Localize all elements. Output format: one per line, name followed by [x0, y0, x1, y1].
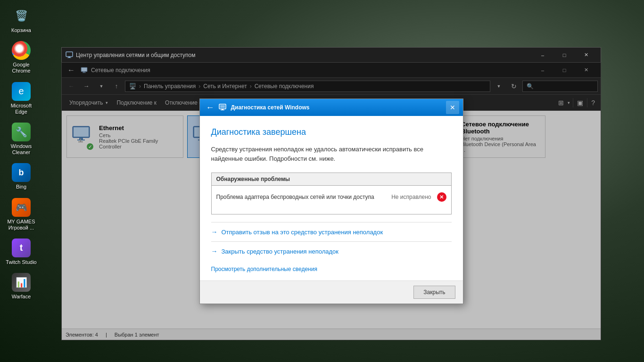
- dialog-title-icon: [219, 103, 227, 112]
- desktop: 🗑️ Корзина Google Chrome e Microsoft Edg…: [0, 0, 644, 362]
- desktop-icon-recycle-bin[interactable]: 🗑️ Корзина: [2, 5, 40, 35]
- chrome-icon: [12, 41, 31, 60]
- problems-content: Проблема адаптера беспроводных сетей или…: [212, 186, 451, 214]
- dialog-heading: Диагностика завершена: [211, 127, 452, 137]
- desktop-icon-warface[interactable]: 📊 Warface: [2, 271, 40, 302]
- desktop-icon-edge[interactable]: e Microsoft Edge: [2, 80, 40, 117]
- svg-rect-0: [66, 52, 73, 57]
- svg-rect-2: [67, 58, 71, 58]
- problem-text: Проблема адаптера беспроводных сетей или…: [216, 194, 388, 200]
- desktop-icon-chrome[interactable]: Google Chrome: [2, 39, 40, 76]
- svg-rect-1: [68, 57, 70, 58]
- problems-header: Обнаруженные проблемы: [212, 173, 451, 186]
- dialog-titlebar: ← Диагностика сетей Windows ✕: [200, 99, 463, 116]
- bing-label: Bing: [16, 184, 26, 190]
- problem-status: Не исправлено: [391, 194, 431, 200]
- problem-error-icon: ✕: [437, 192, 446, 202]
- svg-rect-31: [221, 110, 224, 110]
- outer-maximize-btn[interactable]: □: [553, 48, 575, 63]
- mygames-label: MY GAMES Игровой ...: [4, 219, 38, 231]
- outer-minimize-btn[interactable]: –: [532, 48, 553, 63]
- link2-arrow: →: [211, 247, 218, 255]
- dialog-close-main-btn[interactable]: Закрыть: [413, 286, 455, 299]
- desktop-icon-mygames[interactable]: 🎮 MY GAMES Игровой ...: [2, 196, 40, 233]
- recycle-bin-label: Корзина: [11, 27, 31, 33]
- problems-box: Обнаруженные проблемы Проблема адаптера …: [211, 173, 452, 214]
- outer-window-titlebar: Центр управления сетями и общим доступом…: [61, 47, 601, 62]
- dialog-more-link[interactable]: Просмотреть дополнительные сведения: [211, 266, 317, 272]
- dialog-back-btn[interactable]: ←: [204, 101, 217, 114]
- recycle-bin-icon: 🗑️: [12, 7, 31, 25]
- outer-window-title: Центр управления сетями и общим доступом: [76, 52, 532, 58]
- link1-text: Отправить отзыв на это средство устранен…: [222, 229, 383, 236]
- link1-arrow: →: [211, 228, 218, 236]
- cleaner-label: Windows Cleaner: [4, 143, 38, 156]
- cleaner-icon: 🔧: [12, 123, 31, 141]
- twitch-icon: t: [12, 239, 31, 257]
- chrome-label: Google Chrome: [4, 62, 38, 74]
- link2-text: Закрыть средство устранения неполадок: [222, 248, 339, 255]
- desktop-icon-cleaner[interactable]: 🔧 Windows Cleaner: [2, 121, 40, 157]
- dialog-link2[interactable]: → Закрыть средство устранения неполадок: [211, 241, 452, 261]
- edge-icon: e: [12, 82, 31, 101]
- dialog-body: Диагностика завершена Средству устранени…: [200, 116, 463, 280]
- mygames-icon: 🎮: [12, 198, 31, 217]
- desktop-icon-bing[interactable]: b Bing: [2, 161, 40, 192]
- dialog-footer: Закрыть: [200, 280, 463, 304]
- desktop-icon-twitch[interactable]: t Twitch Studio: [2, 237, 40, 267]
- outer-close-btn[interactable]: ✕: [575, 48, 597, 63]
- twitch-label: Twitch Studio: [6, 259, 36, 265]
- svg-rect-29: [220, 105, 225, 108]
- problem-row: Проблема адаптера беспроводных сетей или…: [216, 190, 446, 204]
- warface-label: Warface: [12, 294, 31, 300]
- edge-label: Microsoft Edge: [4, 103, 38, 115]
- outer-window-controls: – □ ✕: [532, 48, 597, 63]
- diagnostics-dialog: ← Диагностика сетей Windows ✕ Диагностик…: [199, 99, 463, 304]
- dialog-overlay: ← Диагностика сетей Windows ✕ Диагностик…: [61, 62, 601, 340]
- desktop-icons-area: 🗑️ Корзина Google Chrome e Microsoft Edg…: [0, 0, 42, 362]
- outer-window-icon: [66, 51, 73, 59]
- dialog-more-link-area: Просмотреть дополнительные сведения: [211, 261, 452, 280]
- dialog-description: Средству устранения неполадок не удалось…: [211, 145, 452, 163]
- bing-icon: b: [12, 163, 31, 182]
- dialog-close-btn[interactable]: ✕: [446, 101, 459, 114]
- dialog-title: Диагностика сетей Windows: [231, 104, 446, 111]
- svg-rect-30: [222, 109, 223, 110]
- warface-icon: 📊: [12, 273, 31, 292]
- dialog-link1[interactable]: → Отправить отзыв на это средство устран…: [211, 222, 452, 241]
